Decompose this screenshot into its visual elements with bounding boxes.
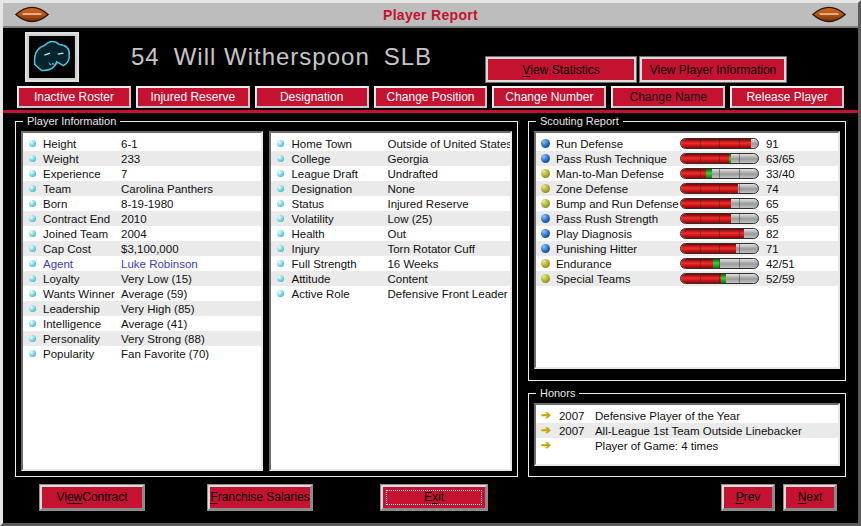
action-button-release-player[interactable]: Release Player — [730, 86, 844, 108]
rating-value: 33/40 — [766, 168, 795, 180]
bullet-icon — [29, 320, 36, 327]
player-information-panel: Player Information Height6-1Weight233Exp… — [15, 115, 518, 477]
arrow-icon: ➔ — [541, 440, 559, 451]
info-label: Weight — [43, 153, 121, 165]
info-value: Fan Favorite (70) — [121, 348, 209, 360]
info-row: Experience7 — [23, 166, 261, 181]
rating-row: Run Defense91 — [536, 136, 838, 151]
arrow-icon: ➔ — [541, 410, 559, 421]
info-value: Defensive Front Leader — [387, 288, 507, 300]
info-row: VolatilityLow (25) — [271, 211, 509, 226]
info-label: Active Role — [291, 288, 387, 300]
rating-value: 52/59 — [766, 273, 795, 285]
prev-player-button[interactable]: Prev — [722, 485, 774, 510]
info-row: PersonalityVery Strong (88) — [23, 331, 261, 346]
scouting-report-panel: Scouting Report Run Defense91Pass Rush T… — [528, 115, 846, 381]
rating-label: Pass Rush Technique — [556, 153, 680, 165]
exit-button[interactable]: Exit — [381, 485, 487, 510]
bullet-icon — [277, 230, 284, 237]
rating-bar-current — [681, 169, 706, 178]
honors-list: ➔2007Defensive Player of the Year➔2007Al… — [534, 403, 840, 466]
rating-bar-potential — [706, 169, 711, 178]
info-row: Cap Cost$3,100,000 — [23, 241, 261, 256]
rating-label: Punishing Hitter — [556, 243, 680, 255]
scouting-report-panel-label: Scouting Report — [536, 115, 623, 127]
rating-bar — [680, 153, 759, 164]
bar-tick — [700, 154, 701, 163]
rating-row: Play Diagnosis82 — [536, 226, 838, 241]
action-button-designation[interactable]: Designation — [255, 86, 369, 108]
info-value: Luke Robinson — [121, 258, 198, 270]
info-label: Born — [43, 198, 121, 210]
info-row: LeadershipVery High (85) — [23, 301, 261, 316]
rating-bar-current — [681, 259, 713, 268]
bar-tick — [700, 244, 701, 253]
info-row: Height6-1 — [23, 136, 261, 151]
blue-sphere-icon — [541, 229, 550, 238]
info-value: Injured Reserve — [387, 198, 468, 210]
info-row: LoyaltyVery Low (15) — [23, 271, 261, 286]
rating-value: 91 — [766, 138, 779, 150]
bar-tick — [700, 259, 701, 268]
footer-bar: View Contract Franchise Salaries Exit Pr… — [3, 477, 858, 521]
info-label: Joined Team — [43, 228, 121, 240]
olive-sphere-icon — [541, 274, 550, 283]
info-value: Content — [387, 273, 427, 285]
info-value: Very High (85) — [121, 303, 195, 315]
next-player-button[interactable]: Next — [784, 485, 836, 510]
rating-value: 74 — [766, 183, 779, 195]
bar-tick — [719, 244, 720, 253]
action-button-injured-reserve[interactable]: Injured Reserve — [136, 86, 250, 108]
view-statistics-button[interactable]: View Statistics — [486, 57, 636, 82]
olive-sphere-icon — [541, 169, 550, 178]
bar-tick — [739, 259, 740, 268]
bar-tick — [739, 184, 740, 193]
rating-bar-current — [681, 154, 730, 163]
info-row: IntelligenceAverage (41) — [23, 316, 261, 331]
bullet-icon — [277, 290, 284, 297]
action-button-change-position[interactable]: Change Position — [374, 86, 488, 108]
action-button-inactive-roster[interactable]: Inactive Roster — [17, 86, 131, 108]
honor-row: ➔Player of Game: 4 times — [536, 438, 838, 453]
info-value: 16 Weeks — [387, 258, 438, 270]
blue-sphere-icon — [541, 154, 550, 163]
title-bar: Player Report — [3, 3, 858, 28]
team-logo — [25, 32, 79, 82]
rating-label: Bump and Run Defense — [556, 198, 680, 210]
bar-tick — [739, 214, 740, 223]
bar-tick — [739, 274, 740, 283]
honor-year: 2007 — [559, 425, 595, 437]
bar-tick — [739, 199, 740, 208]
action-button-change-name[interactable]: Change Name — [611, 86, 725, 108]
info-value: 8-19-1980 — [121, 198, 173, 210]
info-label: Home Town — [291, 138, 387, 150]
view-player-information-button[interactable]: View Player Information — [640, 57, 786, 82]
player-information-panel-label: Player Information — [23, 115, 120, 127]
view-contract-button[interactable]: View Contract — [40, 485, 144, 510]
action-button-change-number[interactable]: Change Number — [492, 86, 606, 108]
info-row[interactable]: AgentLuke Robinson — [23, 256, 261, 271]
bullet-icon — [277, 215, 284, 222]
honor-year: 2007 — [559, 410, 595, 422]
rating-label: Endurance — [556, 258, 680, 270]
info-value: Average (59) — [121, 288, 187, 300]
rating-bar — [680, 168, 759, 179]
bar-tick — [719, 229, 720, 238]
info-row: StatusInjured Reserve — [271, 196, 509, 211]
info-value: 233 — [121, 153, 140, 165]
rating-label: Zone Defense — [556, 183, 680, 195]
honors-panel-label: Honors — [536, 387, 579, 399]
franchise-salaries-button[interactable]: Franchise Salaries — [208, 485, 312, 510]
rating-label: Run Defense — [556, 138, 680, 150]
info-label: Leadership — [43, 303, 121, 315]
bar-tick — [700, 229, 701, 238]
football-icon[interactable] — [810, 5, 848, 24]
bar-tick — [739, 169, 740, 178]
info-value: Average (41) — [121, 318, 187, 330]
bar-tick — [719, 214, 720, 223]
bar-tick — [719, 199, 720, 208]
player-info-list-left: Height6-1Weight233Experience7TeamCarolin… — [21, 131, 263, 471]
bullet-icon — [29, 335, 36, 342]
info-row: InjuryTorn Rotator Cuff — [271, 241, 509, 256]
football-icon[interactable] — [13, 5, 51, 24]
